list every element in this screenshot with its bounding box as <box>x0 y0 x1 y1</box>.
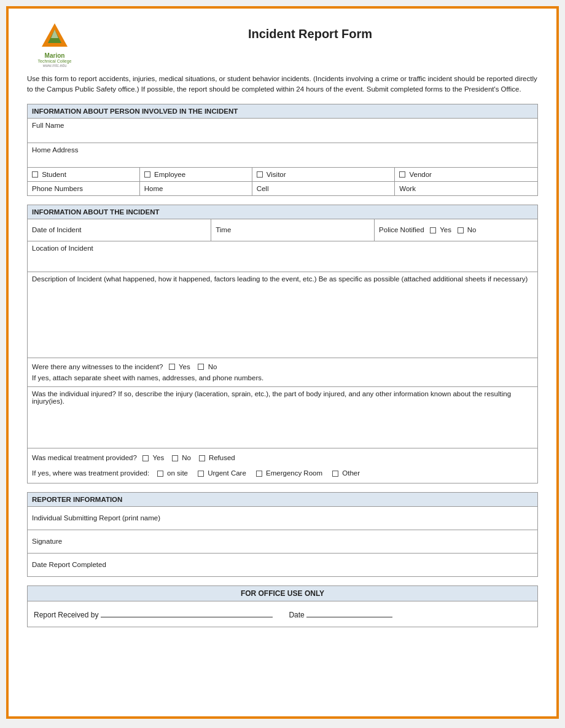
witnesses-no-checkbox[interactable] <box>198 364 204 370</box>
reporter-signature-cell: Signature <box>28 530 538 553</box>
medical-refused-label: Refused <box>209 454 235 461</box>
treatment-other-checkbox[interactable] <box>332 471 338 477</box>
medical-cell: Was medical treatment provided? Yes No R… <box>28 448 538 483</box>
reporter-date-cell: Date Report Completed <box>28 553 538 576</box>
form-title: Incident Report Form <box>82 27 538 41</box>
student-checkbox[interactable] <box>32 171 38 178</box>
treatment-er-checkbox[interactable] <box>256 471 262 477</box>
office-header: FOR OFFICE USE ONLY <box>28 585 538 601</box>
full-name-cell: Full Name <box>28 118 538 143</box>
reporter-section-header: REPORTER INFORMATION <box>28 492 538 506</box>
witnesses-question: Were there any witnesses to the incident… <box>32 363 163 370</box>
phone-home-label: Home <box>144 185 163 192</box>
treatment-er-label: Emergency Room <box>266 469 322 477</box>
logo-box: Marion Technical College www.mtc.edu <box>27 21 82 68</box>
treatment-urgentcare-label: Urgent Care <box>208 469 246 477</box>
treatment-onsite-checkbox[interactable] <box>157 471 163 477</box>
type-student-cell: Student <box>28 167 140 181</box>
home-address-cell: Home Address <box>28 143 538 167</box>
police-no-checkbox[interactable] <box>458 227 464 233</box>
phone-work-label: Work <box>399 185 416 192</box>
logo-icon <box>38 21 72 55</box>
reporter-date-label: Date Report Completed <box>32 561 106 568</box>
full-name-label: Full Name <box>32 122 64 129</box>
description-label: Description of Incident (what happened, … <box>32 275 528 283</box>
employee-label: Employee <box>154 171 185 178</box>
header-area: Marion Technical College www.mtc.edu Inc… <box>27 21 538 68</box>
phone-home-cell: Home <box>139 181 252 195</box>
vendor-label: Vendor <box>410 171 432 178</box>
medical-yes-checkbox[interactable] <box>142 455 149 461</box>
police-yes-label: Yes <box>440 226 451 233</box>
date-of-incident-label: Date of Incident <box>32 226 82 233</box>
treatment-other-label: Other <box>342 469 360 477</box>
vendor-checkbox[interactable] <box>399 171 405 178</box>
injury-label: Was the individual injured? If so, descr… <box>32 390 511 405</box>
person-section-header: INFORMATION ABOUT PERSON INVOLVED IN THE… <box>28 104 538 118</box>
title-area: Incident Report Form <box>82 21 538 41</box>
logo-url: www.mtc.edu <box>43 63 67 68</box>
logo-subtitle: Technical College <box>38 59 72 63</box>
witnesses-yes-label: Yes <box>179 363 190 370</box>
person-info-table: INFORMATION ABOUT PERSON INVOLVED IN THE… <box>27 104 538 196</box>
police-notified-label: Police Notified <box>379 226 424 233</box>
home-address-label: Home Address <box>32 146 78 154</box>
visitor-checkbox[interactable] <box>257 171 263 178</box>
intro-text: Use this form to report accidents, injur… <box>27 74 538 95</box>
witnesses-note: If yes, attach separate sheet with names… <box>32 372 533 383</box>
incident-info-table: INFORMATION ABOUT THE INCIDENT Date of I… <box>27 205 538 483</box>
phone-numbers-label-cell: Phone Numbers <box>28 181 140 195</box>
treatment-label: If yes, where was treatment provided: <box>32 469 149 477</box>
office-date-field[interactable] <box>306 609 392 617</box>
type-employee-cell: Employee <box>139 167 252 181</box>
employee-checkbox[interactable] <box>144 171 150 178</box>
student-label: Student <box>42 171 66 178</box>
phone-cell-label: Cell <box>257 185 269 192</box>
time-cell: Time <box>211 219 375 241</box>
medical-yes-label: Yes <box>152 454 164 461</box>
phone-work-cell: Work <box>395 181 538 195</box>
description-cell: Description of Incident (what happened, … <box>28 272 538 358</box>
reporter-info-table: REPORTER INFORMATION Individual Submitti… <box>27 492 538 577</box>
phone-numbers-label: Phone Numbers <box>32 185 83 192</box>
injury-cell: Was the individual injured? If so, descr… <box>28 387 538 448</box>
time-label: Time <box>216 226 231 233</box>
office-row: Report Received by Date <box>28 601 538 627</box>
logo-area: Marion Technical College www.mtc.edu <box>27 21 82 68</box>
type-vendor-cell: Vendor <box>395 167 538 181</box>
treatment-urgentcare-checkbox[interactable] <box>198 471 204 477</box>
type-visitor-cell: Visitor <box>252 167 395 181</box>
treatment-onsite-label: on site <box>167 469 188 477</box>
police-no-label: No <box>467 226 477 233</box>
witnesses-cell: Were there any witnesses to the incident… <box>28 358 538 387</box>
office-date-label: Date <box>289 611 304 619</box>
witnesses-no-label: No <box>208 363 217 370</box>
location-label: Location of Incident <box>32 245 93 252</box>
office-use-table: FOR OFFICE USE ONLY Report Received by D… <box>27 585 538 627</box>
office-received-label: Report Received by <box>34 611 98 619</box>
incident-section-header: INFORMATION ABOUT THE INCIDENT <box>28 205 538 219</box>
medical-question: Was medical treatment provided? <box>32 454 137 461</box>
location-cell: Location of Incident <box>28 241 538 272</box>
medical-no-checkbox[interactable] <box>172 455 178 461</box>
visitor-label: Visitor <box>267 171 286 178</box>
reporter-name-cell: Individual Submitting Report (print name… <box>28 506 538 530</box>
reporter-signature-label: Signature <box>32 538 62 545</box>
reporter-name-label: Individual Submitting Report (print name… <box>32 514 160 522</box>
page-container: Marion Technical College www.mtc.edu Inc… <box>6 6 559 719</box>
date-of-incident-cell: Date of Incident <box>28 219 211 241</box>
logo-name: Marion <box>45 52 65 59</box>
witnesses-yes-checkbox[interactable] <box>169 364 175 370</box>
police-yes-checkbox[interactable] <box>430 227 436 233</box>
phone-cell-cell: Cell <box>252 181 395 195</box>
office-received-field[interactable] <box>101 609 273 617</box>
police-notified-cell: Police Notified Yes No <box>375 219 538 241</box>
medical-refused-checkbox[interactable] <box>199 455 205 461</box>
medical-no-label: No <box>182 454 191 461</box>
